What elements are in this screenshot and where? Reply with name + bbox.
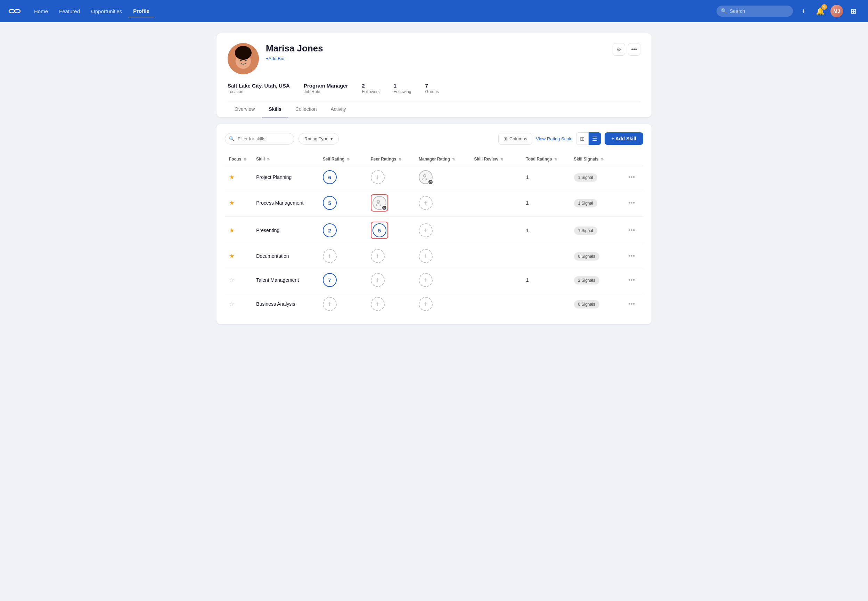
star-icon-2[interactable]: ★ <box>229 200 235 206</box>
total-sort-icon: ⇅ <box>554 157 557 161</box>
cell-manager-3[interactable]: + <box>415 217 470 244</box>
cell-skill-4: Documentation <box>252 244 318 268</box>
filter-input-wrap: 🔍 <box>225 133 294 145</box>
cell-total-6 <box>522 292 569 316</box>
add-bio-link[interactable]: +Add Bio <box>266 56 284 61</box>
location-meta: Salt Lake City, Utah, USA Location <box>227 83 290 94</box>
cell-manager-4[interactable]: + <box>415 244 470 268</box>
cell-self-6[interactable]: + <box>319 292 366 316</box>
table-header: Focus ⇅ Skill ⇅ Self Rating ⇅ Peer Ratin… <box>225 153 643 165</box>
grid-menu-button[interactable]: ⊞ <box>847 5 860 17</box>
cell-actions-1[interactable]: ••• <box>621 165 643 189</box>
cell-review-3 <box>470 217 522 244</box>
cell-signals-1[interactable]: 1 Signal <box>570 165 622 189</box>
tab-skills[interactable]: Skills <box>262 101 288 117</box>
groups-value: 7 <box>425 83 439 88</box>
cell-focus-5: ☆ <box>225 268 252 292</box>
settings-button[interactable]: ⚙ <box>613 43 625 56</box>
cell-manager-5[interactable]: + <box>415 268 470 292</box>
star-icon-3[interactable]: ★ <box>229 227 235 234</box>
groups-meta[interactable]: 7 Groups <box>425 83 439 94</box>
th-self-rating[interactable]: Self Rating ⇅ <box>319 153 366 165</box>
rating-type-dropdown[interactable]: Rating Type ▾ <box>299 133 339 145</box>
cell-manager-2[interactable]: + <box>415 189 470 217</box>
table-row: ★Project Planning6+ ⏱11 Signal••• <box>225 165 643 189</box>
th-skill[interactable]: Skill ⇅ <box>252 153 318 165</box>
self-sort-icon: ⇅ <box>347 157 349 161</box>
row-more-button-3[interactable]: ••• <box>625 226 638 235</box>
cell-signals-4[interactable]: 0 Signals <box>570 244 622 268</box>
svg-point-0 <box>9 9 15 13</box>
skills-table-body: ★Project Planning6+ ⏱11 Signal•••★Proces… <box>225 165 643 316</box>
followers-meta[interactable]: 2 Followers <box>362 83 380 94</box>
cell-actions-6[interactable]: ••• <box>621 292 643 316</box>
cell-peer-2[interactable]: ⏱ <box>366 189 415 217</box>
cell-signals-5[interactable]: 2 Signals <box>570 268 622 292</box>
th-manager-rating[interactable]: Manager Rating ⇅ <box>415 153 470 165</box>
th-focus[interactable]: Focus ⇅ <box>225 153 252 165</box>
nav-profile[interactable]: Profile <box>128 5 154 17</box>
signals-sort-icon: ⇅ <box>601 157 604 161</box>
th-skill-signals[interactable]: Skill Signals ⇅ <box>570 153 622 165</box>
row-more-button-4[interactable]: ••• <box>625 251 638 261</box>
cell-actions-3[interactable]: ••• <box>621 217 643 244</box>
search-input[interactable] <box>717 6 793 17</box>
cell-signals-2[interactable]: 1 Signal <box>570 189 622 217</box>
cell-peer-1[interactable]: + <box>366 165 415 189</box>
profile-actions: ⚙ ••• <box>613 43 641 56</box>
grid-view-button[interactable]: ⊞ <box>576 132 589 145</box>
cell-signals-6[interactable]: 0 Signals <box>570 292 622 316</box>
cell-actions-4[interactable]: ••• <box>621 244 643 268</box>
cell-actions-5[interactable]: ••• <box>621 268 643 292</box>
following-meta[interactable]: 1 Following <box>394 83 412 94</box>
th-peer-ratings[interactable]: Peer Ratings ⇅ <box>366 153 415 165</box>
row-more-button-2[interactable]: ••• <box>625 198 638 208</box>
cell-manager-6[interactable]: + <box>415 292 470 316</box>
tab-activity[interactable]: Activity <box>323 101 353 117</box>
cell-focus-2: ★ <box>225 189 252 217</box>
nav-featured[interactable]: Featured <box>54 6 85 17</box>
nav-opportunities[interactable]: Opportunities <box>86 6 127 17</box>
cell-self-2[interactable]: 5 <box>319 189 366 217</box>
columns-button[interactable]: ⊞ Columns <box>498 133 532 145</box>
svg-point-8 <box>424 175 426 177</box>
avatar-image-nav: MJ <box>830 5 843 17</box>
star-icon-5[interactable]: ☆ <box>229 276 235 284</box>
cell-peer-6[interactable]: + <box>366 292 415 316</box>
cell-self-3[interactable]: 2 <box>319 217 366 244</box>
notification-button[interactable]: 🔔 9 <box>814 5 826 17</box>
row-more-button-1[interactable]: ••• <box>625 172 638 182</box>
more-options-button[interactable]: ••• <box>628 43 641 56</box>
cell-review-2 <box>470 189 522 217</box>
star-icon-6[interactable]: ☆ <box>229 300 235 307</box>
th-skill-review[interactable]: Skill Review ⇅ <box>470 153 522 165</box>
view-rating-scale-link[interactable]: View Rating Scale <box>536 136 572 141</box>
filter-skills-input[interactable] <box>225 133 294 145</box>
add-skill-button[interactable]: + Add Skill <box>605 132 643 145</box>
app-logo[interactable] <box>8 5 21 17</box>
user-avatar-nav[interactable]: MJ <box>830 5 843 17</box>
tab-collection[interactable]: Collection <box>288 101 323 117</box>
star-icon-1[interactable]: ★ <box>229 174 235 181</box>
cell-self-4[interactable]: + <box>319 244 366 268</box>
nav-home[interactable]: Home <box>29 6 53 17</box>
cell-actions-2[interactable]: ••• <box>621 189 643 217</box>
cell-peer-5[interactable]: + <box>366 268 415 292</box>
cell-total-5: 1 <box>522 268 569 292</box>
cell-signals-3[interactable]: 1 Signal <box>570 217 622 244</box>
row-more-button-6[interactable]: ••• <box>625 299 638 309</box>
row-more-button-5[interactable]: ••• <box>625 275 638 285</box>
manager-sort-icon: ⇅ <box>452 157 455 161</box>
list-view-button[interactable]: ☰ <box>589 132 601 145</box>
add-button[interactable]: + <box>797 5 810 17</box>
cell-manager-1[interactable]: ⏱ <box>415 165 470 189</box>
cell-peer-4[interactable]: + <box>366 244 415 268</box>
th-total-ratings[interactable]: Total Ratings ⇅ <box>522 153 569 165</box>
cell-self-5[interactable]: 7 <box>319 268 366 292</box>
tab-overview[interactable]: Overview <box>227 101 262 117</box>
star-icon-4[interactable]: ★ <box>229 253 235 259</box>
cell-focus-4: ★ <box>225 244 252 268</box>
cell-self-1[interactable]: 6 <box>319 165 366 189</box>
cell-peer-3[interactable]: 5 <box>366 217 415 244</box>
notification-badge: 9 <box>821 4 827 10</box>
